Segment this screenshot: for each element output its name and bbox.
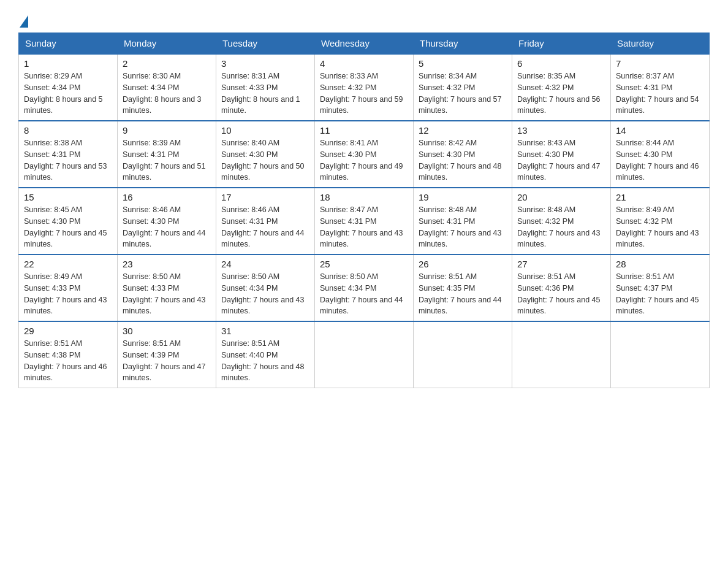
day-number: 3 — [221, 58, 309, 69]
day-header-wednesday: Wednesday — [315, 33, 414, 55]
calendar-cell: 16 Sunrise: 8:46 AM Sunset: 4:30 PM Dayl… — [118, 188, 216, 255]
day-info: Sunrise: 8:50 AM Sunset: 4:33 PM Dayligh… — [123, 271, 211, 317]
day-number: 2 — [123, 58, 211, 69]
day-number: 22 — [24, 259, 112, 269]
day-number: 16 — [123, 192, 211, 202]
day-number: 13 — [517, 125, 605, 136]
page-header — [18, 12, 710, 26]
calendar-cell: 2 Sunrise: 8:30 AM Sunset: 4:34 PM Dayli… — [118, 54, 216, 121]
week-row-3: 15 Sunrise: 8:45 AM Sunset: 4:30 PM Dayl… — [19, 188, 710, 255]
week-row-2: 8 Sunrise: 8:38 AM Sunset: 4:31 PM Dayli… — [19, 121, 710, 188]
day-number: 23 — [123, 259, 211, 269]
calendar-cell — [611, 321, 710, 388]
day-info: Sunrise: 8:51 AM Sunset: 4:35 PM Dayligh… — [419, 271, 507, 317]
calendar-cell: 24 Sunrise: 8:50 AM Sunset: 4:34 PM Dayl… — [216, 255, 315, 321]
calendar-cell — [315, 321, 414, 388]
calendar-cell: 10 Sunrise: 8:40 AM Sunset: 4:30 PM Dayl… — [216, 121, 315, 188]
day-number: 15 — [24, 192, 112, 202]
day-number: 31 — [221, 326, 309, 336]
day-info: Sunrise: 8:46 AM Sunset: 4:31 PM Dayligh… — [221, 204, 309, 250]
day-number: 6 — [517, 58, 605, 69]
day-info: Sunrise: 8:47 AM Sunset: 4:31 PM Dayligh… — [320, 204, 408, 250]
day-number: 17 — [221, 192, 309, 202]
calendar-cell: 26 Sunrise: 8:51 AM Sunset: 4:35 PM Dayl… — [414, 255, 512, 321]
day-header-saturday: Saturday — [611, 33, 710, 55]
day-info: Sunrise: 8:45 AM Sunset: 4:30 PM Dayligh… — [24, 204, 112, 250]
calendar-cell: 6 Sunrise: 8:35 AM Sunset: 4:32 PM Dayli… — [512, 54, 611, 121]
day-header-monday: Monday — [118, 33, 216, 55]
calendar-cell: 25 Sunrise: 8:50 AM Sunset: 4:34 PM Dayl… — [315, 255, 414, 321]
day-number: 10 — [221, 125, 309, 136]
day-number: 27 — [517, 259, 605, 269]
calendar-cell: 23 Sunrise: 8:50 AM Sunset: 4:33 PM Dayl… — [118, 255, 216, 321]
calendar-cell: 14 Sunrise: 8:44 AM Sunset: 4:30 PM Dayl… — [611, 121, 710, 188]
day-info: Sunrise: 8:34 AM Sunset: 4:32 PM Dayligh… — [419, 71, 507, 117]
calendar-cell: 22 Sunrise: 8:49 AM Sunset: 4:33 PM Dayl… — [19, 255, 118, 321]
day-info: Sunrise: 8:44 AM Sunset: 4:30 PM Dayligh… — [616, 137, 704, 183]
calendar-cell: 5 Sunrise: 8:34 AM Sunset: 4:32 PM Dayli… — [414, 54, 512, 121]
day-number: 1 — [24, 58, 112, 69]
calendar-cell: 9 Sunrise: 8:39 AM Sunset: 4:31 PM Dayli… — [118, 121, 216, 188]
day-info: Sunrise: 8:49 AM Sunset: 4:32 PM Dayligh… — [616, 204, 704, 250]
day-header-sunday: Sunday — [19, 33, 118, 55]
day-number: 5 — [419, 58, 507, 69]
day-info: Sunrise: 8:41 AM Sunset: 4:30 PM Dayligh… — [320, 137, 408, 183]
day-number: 21 — [616, 192, 704, 202]
calendar-cell: 30 Sunrise: 8:51 AM Sunset: 4:39 PM Dayl… — [118, 321, 216, 388]
day-info: Sunrise: 8:49 AM Sunset: 4:33 PM Dayligh… — [24, 271, 112, 317]
day-number: 24 — [221, 259, 309, 269]
day-number: 18 — [320, 192, 408, 202]
day-header-friday: Friday — [512, 33, 611, 55]
day-info: Sunrise: 8:35 AM Sunset: 4:32 PM Dayligh… — [517, 71, 605, 117]
day-number: 29 — [24, 326, 112, 336]
day-number: 30 — [123, 326, 211, 336]
day-info: Sunrise: 8:40 AM Sunset: 4:30 PM Dayligh… — [221, 137, 309, 183]
calendar-cell: 8 Sunrise: 8:38 AM Sunset: 4:31 PM Dayli… — [19, 121, 118, 188]
calendar-cell — [512, 321, 611, 388]
day-info: Sunrise: 8:42 AM Sunset: 4:30 PM Dayligh… — [419, 137, 507, 183]
day-number: 8 — [24, 125, 112, 136]
calendar-cell: 21 Sunrise: 8:49 AM Sunset: 4:32 PM Dayl… — [611, 188, 710, 255]
day-number: 11 — [320, 125, 408, 136]
day-info: Sunrise: 8:51 AM Sunset: 4:37 PM Dayligh… — [616, 271, 704, 317]
day-header-tuesday: Tuesday — [216, 33, 315, 55]
day-header-thursday: Thursday — [414, 33, 512, 55]
day-number: 9 — [123, 125, 211, 136]
day-number: 25 — [320, 259, 408, 269]
calendar-cell: 12 Sunrise: 8:42 AM Sunset: 4:30 PM Dayl… — [414, 121, 512, 188]
week-row-5: 29 Sunrise: 8:51 AM Sunset: 4:38 PM Dayl… — [19, 321, 710, 388]
calendar-cell: 15 Sunrise: 8:45 AM Sunset: 4:30 PM Dayl… — [19, 188, 118, 255]
day-info: Sunrise: 8:29 AM Sunset: 4:34 PM Dayligh… — [24, 71, 112, 117]
calendar-cell: 4 Sunrise: 8:33 AM Sunset: 4:32 PM Dayli… — [315, 54, 414, 121]
calendar-cell: 17 Sunrise: 8:46 AM Sunset: 4:31 PM Dayl… — [216, 188, 315, 255]
day-number: 12 — [419, 125, 507, 136]
calendar-cell — [414, 321, 512, 388]
day-number: 20 — [517, 192, 605, 202]
logo — [18, 12, 29, 26]
day-info: Sunrise: 8:51 AM Sunset: 4:36 PM Dayligh… — [517, 271, 605, 317]
day-info: Sunrise: 8:51 AM Sunset: 4:39 PM Dayligh… — [123, 338, 211, 384]
calendar-cell: 31 Sunrise: 8:51 AM Sunset: 4:40 PM Dayl… — [216, 321, 315, 388]
calendar-cell: 1 Sunrise: 8:29 AM Sunset: 4:34 PM Dayli… — [19, 54, 118, 121]
calendar-cell: 11 Sunrise: 8:41 AM Sunset: 4:30 PM Dayl… — [315, 121, 414, 188]
calendar-table: SundayMondayTuesdayWednesdayThursdayFrid… — [18, 33, 710, 388]
day-info: Sunrise: 8:38 AM Sunset: 4:31 PM Dayligh… — [24, 137, 112, 183]
day-info: Sunrise: 8:43 AM Sunset: 4:30 PM Dayligh… — [517, 137, 605, 183]
day-number: 28 — [616, 259, 704, 269]
calendar-cell: 18 Sunrise: 8:47 AM Sunset: 4:31 PM Dayl… — [315, 188, 414, 255]
day-info: Sunrise: 8:39 AM Sunset: 4:31 PM Dayligh… — [123, 137, 211, 183]
day-info: Sunrise: 8:46 AM Sunset: 4:30 PM Dayligh… — [123, 204, 211, 250]
day-info: Sunrise: 8:30 AM Sunset: 4:34 PM Dayligh… — [123, 71, 211, 117]
day-info: Sunrise: 8:51 AM Sunset: 4:38 PM Dayligh… — [24, 338, 112, 384]
calendar-cell: 3 Sunrise: 8:31 AM Sunset: 4:33 PM Dayli… — [216, 54, 315, 121]
day-header-row: SundayMondayTuesdayWednesdayThursdayFrid… — [19, 33, 710, 55]
day-number: 26 — [419, 259, 507, 269]
calendar-cell: 29 Sunrise: 8:51 AM Sunset: 4:38 PM Dayl… — [19, 321, 118, 388]
calendar-cell: 28 Sunrise: 8:51 AM Sunset: 4:37 PM Dayl… — [611, 255, 710, 321]
calendar-cell: 27 Sunrise: 8:51 AM Sunset: 4:36 PM Dayl… — [512, 255, 611, 321]
day-info: Sunrise: 8:51 AM Sunset: 4:40 PM Dayligh… — [221, 338, 309, 384]
day-info: Sunrise: 8:33 AM Sunset: 4:32 PM Dayligh… — [320, 71, 408, 117]
day-info: Sunrise: 8:50 AM Sunset: 4:34 PM Dayligh… — [221, 271, 309, 317]
calendar-cell: 20 Sunrise: 8:48 AM Sunset: 4:32 PM Dayl… — [512, 188, 611, 255]
calendar-cell: 19 Sunrise: 8:48 AM Sunset: 4:31 PM Dayl… — [414, 188, 512, 255]
